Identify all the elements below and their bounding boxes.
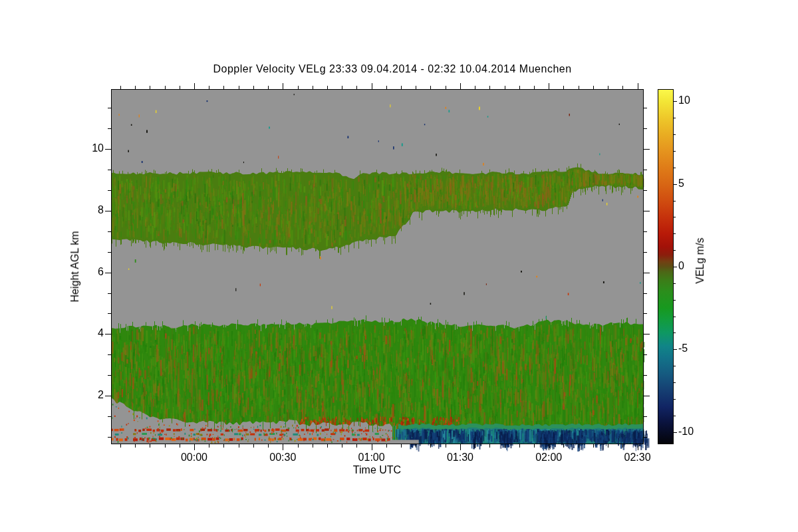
x-tick-label: 00:30 [269,452,296,464]
y-tick-label: 4 [80,327,104,339]
chart-title: Doppler Velocity VELg 23:33 09.04.2014 -… [213,63,571,75]
colorbar-tick-label: -5 [678,342,688,354]
colorbar-tick-label: 10 [678,94,690,106]
doppler-velocity-plot-page: Doppler Velocity VELg 23:33 09.04.2014 -… [0,0,798,532]
x-tick-label: 01:30 [447,452,473,464]
x-axis-label: Time UTC [353,464,401,476]
colorbar-label: VELg m/s [694,237,706,283]
x-tick-label: 01:00 [358,452,385,464]
y-tick-label: 6 [80,266,104,278]
y-tick-label: 8 [80,204,104,216]
x-tick-label: 02:30 [624,452,651,464]
x-tick-label: 02:00 [535,452,562,464]
y-tick-label: 2 [80,389,104,401]
y-tick-label: 10 [80,142,104,154]
x-tick-label: 00:00 [181,452,207,464]
colorbar-tick-label: -10 [678,426,694,438]
colorbar-tick-label: 5 [678,178,684,190]
colorbar-tick-label: 0 [678,260,684,272]
